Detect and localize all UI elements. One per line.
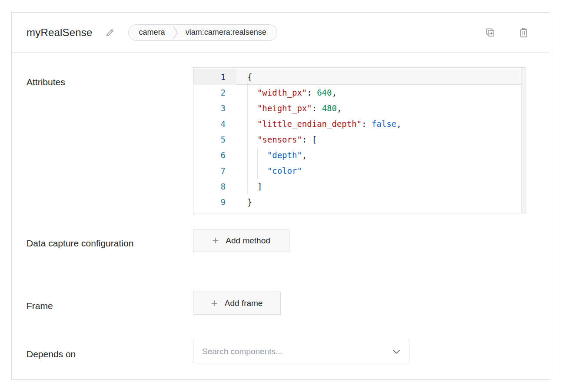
code-line-content: ] [236, 179, 522, 194]
code-token [247, 135, 257, 144]
code-token [247, 88, 257, 97]
component-card-body: Attributes 1{2 "width_px": 640,3 "height… [12, 53, 550, 363]
code-token: "depth" [267, 150, 302, 160]
line-number: 9 [193, 194, 236, 210]
line-number: 5 [193, 132, 236, 147]
code-line: 4 "little_endian_depth": false, [193, 116, 522, 132]
code-token: false [372, 119, 396, 129]
line-number: 1 [193, 69, 236, 85]
code-line: 6 "depth", [193, 147, 522, 163]
attributes-label: Attributes [27, 67, 135, 91]
component-category: camera [139, 28, 165, 37]
edit-name-button[interactable] [105, 27, 115, 38]
attributes-code-editor[interactable]: 1{2 "width_px": 640,3 "height_px": 480,4… [193, 67, 526, 213]
data-capture-label: Data capture configuration [27, 229, 135, 252]
add-method-label: Add method [226, 236, 270, 246]
code-token: 480 [322, 103, 337, 113]
code-token: "height_px" [257, 103, 312, 113]
trash-icon [518, 27, 529, 38]
code-token: { [247, 72, 252, 82]
code-line: 5 "sensors": [ [193, 132, 522, 147]
line-number: 6 [193, 147, 236, 163]
header-actions [485, 27, 529, 38]
depends-on-row: Depends on [27, 340, 535, 363]
chevron-right-icon [173, 24, 178, 41]
code-token: : [312, 103, 322, 113]
frame-label: Frame [27, 292, 135, 315]
code-token: "width_px" [257, 88, 307, 97]
indent-guide [257, 163, 258, 179]
code-line-content: "sensors": [ [236, 132, 522, 147]
indent-guide [247, 85, 248, 100]
line-number: 2 [193, 85, 236, 100]
depends-on-select[interactable] [193, 340, 409, 363]
code-token: , [302, 150, 307, 160]
chevron-down-icon [392, 349, 400, 354]
plus-icon: + [211, 297, 218, 309]
code-line-content: "little_endian_depth": false, [236, 116, 522, 132]
attributes-row: Attributes 1{2 "width_px": 640,3 "height… [27, 67, 535, 213]
code-line-content: "width_px": 640, [236, 85, 522, 100]
plus-icon: + [212, 235, 219, 246]
indent-guide [247, 147, 248, 163]
code-line-content: } [236, 194, 522, 210]
code-line: 3 "height_px": 480, [193, 100, 522, 116]
add-frame-label: Add frame [225, 299, 263, 308]
line-number: 4 [193, 116, 236, 132]
duplicate-button[interactable] [485, 27, 496, 38]
indent-guide [247, 116, 248, 132]
code-line-content: "height_px": 480, [236, 100, 522, 116]
search-components-input[interactable] [201, 346, 392, 357]
line-number: 7 [193, 163, 236, 179]
code-line-content: "color" [236, 163, 522, 179]
indent-guide [247, 179, 248, 194]
code-token: , [337, 103, 342, 113]
component-type-badge[interactable]: camera viam:camera:realsense [128, 24, 277, 41]
code-line: 8 ] [193, 179, 522, 194]
code-token: : [ [302, 135, 317, 144]
code-token: } [247, 197, 252, 207]
code-line-content: { [236, 69, 522, 85]
code-line: 1{ [193, 69, 522, 85]
component-card-header: myRealSense camera viam:camera:realsense [12, 13, 550, 53]
code-token [247, 119, 257, 129]
code-token: , [332, 88, 337, 97]
indent-guide [247, 163, 248, 179]
duplicate-icon [485, 27, 496, 38]
add-frame-button[interactable]: + Add frame [193, 292, 281, 315]
delete-button[interactable] [518, 27, 529, 38]
code-token: : [307, 88, 317, 97]
indent-guide [247, 132, 248, 147]
indent-guide [247, 100, 248, 116]
code-token: "sensors" [257, 135, 302, 144]
pencil-icon [105, 27, 115, 38]
indent-guide [257, 147, 258, 163]
code-token [247, 103, 257, 113]
editor-scrollbar[interactable] [521, 68, 526, 213]
line-number: 8 [193, 179, 236, 194]
code-token: 640 [317, 88, 332, 97]
add-method-button[interactable]: + Add method [193, 229, 289, 252]
component-card: myRealSense camera viam:camera:realsense [11, 12, 550, 380]
code-token: , [396, 119, 401, 129]
code-lines: 1{2 "width_px": 640,3 "height_px": 480,4… [193, 68, 522, 213]
code-token: : [362, 119, 372, 129]
code-line: 7 "color" [193, 163, 522, 179]
code-line: 9} [193, 194, 522, 210]
code-token: "color" [267, 166, 302, 176]
component-name: myRealSense [27, 27, 93, 39]
component-model: viam:camera:realsense [186, 28, 266, 37]
line-number: 3 [193, 100, 236, 116]
code-line-content: "depth", [236, 147, 522, 163]
code-token: ] [247, 182, 262, 191]
code-token: "little_endian_depth" [257, 119, 362, 129]
code-line: 2 "width_px": 640, [193, 85, 522, 100]
data-capture-row: Data capture configuration + Add method [27, 229, 535, 252]
frame-row: Frame + Add frame [27, 292, 535, 315]
depends-on-label: Depends on [27, 340, 135, 363]
